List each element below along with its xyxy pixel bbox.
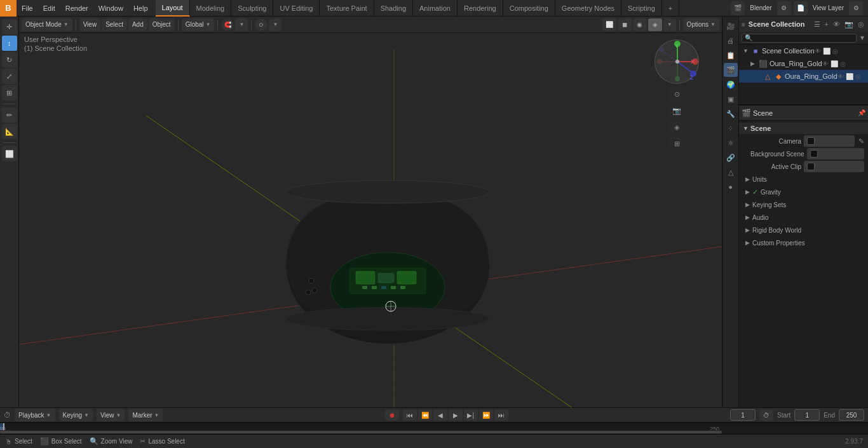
ring-visibility-icon[interactable]: 👁 (822, 60, 829, 67)
play-button[interactable]: ▶ (449, 409, 463, 421)
render-icon[interactable]: ◎ (832, 48, 838, 55)
shading-material[interactable]: ◉ (633, 18, 647, 31)
keying-dropdown[interactable]: Keying ▼ (59, 409, 93, 421)
navigation-gizmo[interactable]: X Y Z ⊙ 📷 ◈ ⊞ (654, 39, 699, 151)
select-menu[interactable]: Select (102, 18, 127, 31)
transform-orientation[interactable]: Global ▼ (182, 18, 215, 31)
tab-rendering[interactable]: Rendering (458, 0, 503, 17)
add-menu[interactable]: Add (128, 18, 147, 31)
step-forward-button[interactable]: ▶| (464, 409, 478, 421)
outliner-new-icon[interactable]: + (824, 20, 830, 28)
bg-scene-value[interactable] (807, 148, 864, 160)
end-frame-input[interactable] (839, 409, 864, 421)
tab-shading[interactable]: Shading (374, 0, 413, 17)
menu-help[interactable]: Help (128, 0, 153, 17)
mesh-render-icon[interactable]: ◎ (855, 73, 861, 80)
view-layer-btn[interactable]: 📄 (794, 1, 808, 15)
timeline-scrollbar[interactable] (0, 430, 722, 434)
prop-icon-scene[interactable]: 🎬 (724, 63, 738, 77)
tab-geometry-nodes[interactable]: Geometry Nodes (555, 0, 621, 17)
outliner-search-input[interactable] (742, 34, 857, 43)
outliner-filter-btn[interactable]: ▼ (859, 34, 865, 41)
frame-time-toggle[interactable]: ⏱ (759, 409, 773, 421)
tab-add[interactable]: + (662, 0, 679, 17)
menu-edit[interactable]: Edit (38, 0, 60, 17)
camera-value[interactable] (804, 135, 855, 147)
overlay-toggle[interactable]: ⊞ (669, 136, 684, 151)
record-button[interactable]: ⏺ (385, 409, 399, 421)
menu-window[interactable]: Window (93, 0, 128, 17)
marker-dropdown[interactable]: Marker ▼ (128, 409, 163, 421)
playback-dropdown[interactable]: Playback ▼ (15, 409, 55, 421)
mesh-visibility-icon[interactable]: 👁 (837, 73, 844, 80)
prop-icon-material[interactable]: ● (724, 180, 738, 194)
tool-move[interactable]: ↕ (2, 36, 17, 51)
snap-options[interactable]: ▼ (235, 18, 248, 31)
rigid-body-row[interactable]: ▶ Rigid Body World (739, 224, 868, 236)
step-back-button[interactable]: ◀ (433, 409, 447, 421)
tool-transform[interactable]: ⊞ (2, 85, 17, 100)
tool-add-cube[interactable]: ⬜ (2, 146, 17, 161)
prop-icon-modifiers[interactable]: 🔧 (724, 107, 738, 121)
camera-edit-icon[interactable]: ✎ (858, 137, 864, 146)
tab-compositing[interactable]: Compositing (503, 0, 555, 17)
outliner-scene-collection[interactable]: ▼ ■ Scene Collection 👁 ⬜ ◎ (739, 44, 868, 57)
menu-render[interactable]: Render (60, 0, 93, 17)
proportional-editing[interactable]: ⊙ (255, 18, 268, 31)
tool-measure[interactable]: 📐 (2, 124, 17, 139)
prop-icon-world[interactable]: 🌍 (724, 78, 738, 92)
object-menu[interactable]: Object (149, 18, 175, 31)
prop-icon-particles[interactable]: ⁘ (724, 121, 738, 135)
prop-icon-data[interactable]: △ (724, 165, 738, 179)
tool-annotate[interactable]: ✏ (2, 107, 17, 123)
prop-icon-output[interactable]: 🖨 (724, 34, 738, 48)
shading-dropdown[interactable]: ▼ (663, 18, 676, 31)
prop-icon-render[interactable]: 🎥 (724, 19, 738, 33)
shading-rendered[interactable]: ◈ (648, 18, 662, 31)
mode-selector[interactable]: Object Mode ▼ (22, 18, 72, 31)
outliner-camera-icon[interactable]: 📷 (843, 20, 855, 29)
render-shading-toggle[interactable]: ◈ (669, 119, 684, 135)
next-keyframe-button[interactable]: ⏩ (479, 409, 493, 421)
view-menu[interactable]: View (79, 18, 101, 31)
jump-end-button[interactable]: ⏭ (494, 409, 508, 421)
prop-icon-object[interactable]: ▣ (724, 92, 738, 106)
view-layer-options[interactable]: ⚙ (849, 1, 863, 15)
props-pin-icon[interactable]: 📌 (858, 109, 865, 116)
timeline-view-dropdown[interactable]: View ▼ (97, 409, 125, 421)
units-row[interactable]: ▶ Units (739, 173, 868, 186)
timeline-main[interactable]: 0 50 100 150 200 250 (0, 423, 868, 434)
gravity-check[interactable]: ✓ (752, 188, 758, 196)
scene-section-header[interactable]: ▼ Scene (739, 123, 868, 134)
tab-modeling[interactable]: Modeling (190, 0, 232, 17)
visibility-icon[interactable]: 👁 (815, 48, 821, 55)
snap-toggle[interactable]: 🧲 (221, 18, 234, 31)
outliner-filter-icon[interactable]: ☰ (813, 20, 822, 29)
tab-layout[interactable]: Layout (156, 0, 190, 17)
gizmo-circle[interactable]: X Y Z (654, 39, 699, 84)
tool-rotate[interactable]: ↻ (2, 52, 17, 67)
menu-file[interactable]: File (17, 0, 38, 17)
keying-sets-row[interactable]: ▶ Keying Sets (739, 198, 868, 211)
tab-sculpting[interactable]: Sculpting (231, 0, 273, 17)
tab-animation[interactable]: Animation (413, 0, 458, 17)
prop-icon-view-layer[interactable]: 📋 (724, 48, 738, 62)
tool-scale[interactable]: ⤢ (2, 69, 17, 84)
ring-render-icon[interactable]: ◎ (840, 60, 846, 67)
custom-props-row[interactable]: ▶ Custom Properties (739, 236, 868, 249)
tab-scripting[interactable]: Scripting (621, 0, 662, 17)
shading-solid[interactable]: ◼ (618, 18, 632, 31)
mesh-viewport-icon[interactable]: ⬜ (846, 73, 853, 80)
audio-row[interactable]: ▶ Audio (739, 211, 868, 224)
gravity-row[interactable]: ▶ ✓ Gravity (739, 186, 868, 198)
outliner-ring-collection[interactable]: ▶ ⬛ Oura_Ring_Gold 👁 ⬜ ◎ (739, 57, 868, 70)
engine-selector[interactable]: 🎬 (731, 1, 745, 15)
viewport-icon[interactable]: ⬜ (823, 48, 831, 55)
current-frame-input[interactable] (730, 409, 756, 421)
scene-options[interactable]: ⚙ (777, 1, 791, 15)
tool-cursor[interactable]: ✛ (2, 19, 17, 34)
prop-icon-constraints[interactable]: 🔗 (724, 151, 738, 165)
timeline-mode-icon[interactable]: ⏱ (4, 411, 11, 419)
tab-texture-paint[interactable]: Texture Paint (320, 0, 374, 17)
prop-icon-physics[interactable]: ⚛ (724, 136, 738, 150)
